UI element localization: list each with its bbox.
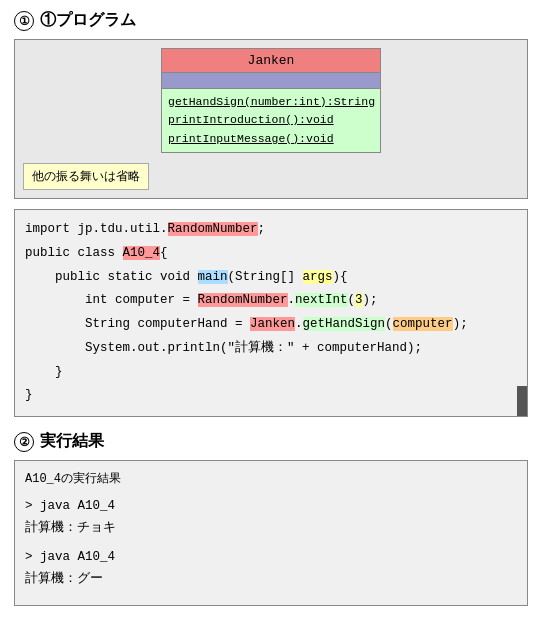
run-1-command: > java A10_4 <box>25 495 517 518</box>
uml-class-box: Janken getHandSign(number:int):String pr… <box>161 48 381 153</box>
section1-label: ①プログラム <box>40 10 136 31</box>
method-2: printIntroduction():void <box>168 111 374 129</box>
code-line-4: int computer = RandomNumber.nextInt(3); <box>25 289 517 313</box>
section1-number: ① <box>14 11 34 31</box>
run-2-command: > java A10_4 <box>25 546 517 569</box>
method-3: printInputMessage():void <box>168 130 374 148</box>
run-2: > java A10_4 計算機：グー <box>25 546 517 591</box>
code-line-2: public class A10_4{ <box>25 242 517 266</box>
uml-class-methods: getHandSign(number:int):String printIntr… <box>162 89 380 152</box>
section2-number: ② <box>14 432 34 452</box>
uml-diagram: Janken getHandSign(number:int):String pr… <box>14 39 528 199</box>
section2: ② 実行結果 A10_4の実行結果 > java A10_4 計算機：チョキ >… <box>14 431 528 606</box>
section2-title: ② 実行結果 <box>14 431 528 452</box>
code-line-6: System.out.println("計算機：" + computerHand… <box>25 337 517 361</box>
code-block: import jp.tdu.util.RandomNumber; public … <box>14 209 528 417</box>
code-line-5: String computerHand = Janken.getHandSign… <box>25 313 517 337</box>
uml-note: 他の振る舞いは省略 <box>23 163 149 190</box>
run-1: > java A10_4 計算機：チョキ <box>25 495 517 540</box>
result-block: A10_4の実行結果 > java A10_4 計算機：チョキ > java A… <box>14 460 528 606</box>
section1-title: ① ①プログラム <box>14 10 528 31</box>
code-line-8: } <box>25 384 517 408</box>
uml-class-name: Janken <box>162 49 380 73</box>
scrollbar[interactable] <box>517 386 527 416</box>
method-1: getHandSign(number:int):String <box>168 93 374 111</box>
code-line-1: import jp.tdu.util.RandomNumber; <box>25 218 517 242</box>
uml-class-attributes <box>162 73 380 89</box>
code-line-7: } <box>25 361 517 385</box>
section2-label: 実行結果 <box>40 431 104 452</box>
code-line-3: public static void main(String[] args){ <box>25 266 517 290</box>
result-title: A10_4の実行結果 <box>25 469 517 491</box>
section1: ① ①プログラム Janken getHandSign(number:int):… <box>14 10 528 417</box>
run-2-output: 計算機：グー <box>25 568 517 591</box>
run-1-output: 計算機：チョキ <box>25 517 517 540</box>
